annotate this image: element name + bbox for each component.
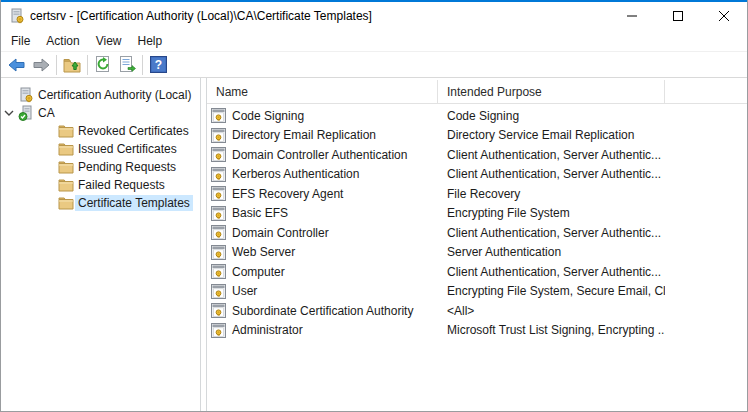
tree-item-label: Issued Certificates [75,141,180,157]
toolbar-separator [142,55,143,75]
template-row[interactable]: Computer Client Authentication, Server A… [207,262,747,282]
template-name: Basic EFS [232,206,288,220]
template-intended-purpose: Server Authentication [438,245,665,259]
template-row[interactable]: EFS Recovery Agent File Recovery [207,184,747,204]
template-intended-purpose: Client Authentication, Server Authentic.… [438,167,665,181]
tree-item-label: Certificate Templates [75,195,193,211]
svg-text:?: ? [154,58,161,72]
pane-splitter[interactable] [200,78,207,411]
folder-icon [57,124,75,138]
menu-action[interactable]: Action [38,31,87,51]
certificate-template-icon [211,303,226,318]
menu-file[interactable]: File [3,31,38,51]
maximize-button[interactable] [655,2,701,30]
template-name: Kerberos Authentication [232,167,359,181]
tree-item-label: Pending Requests [75,159,179,175]
certsrv-app-icon [9,8,25,24]
template-intended-purpose: Code Signing [438,109,665,123]
template-intended-purpose: Microsoft Trust List Signing, Encrypting… [438,323,665,337]
template-name: Computer [232,265,285,279]
certificate-template-icon [211,264,226,279]
tree-item-label: CA [35,105,58,121]
maximize-icon [673,11,683,21]
template-name: EFS Recovery Agent [232,187,343,201]
close-button[interactable] [701,2,747,30]
window-title: certsrv - [Certification Authority (Loca… [30,9,609,23]
certsrv-root-icon [17,87,35,103]
template-intended-purpose: Client Authentication, Server Authentic.… [438,226,665,240]
template-row[interactable]: Administrator Microsoft Trust List Signi… [207,321,747,341]
refresh-button[interactable] [91,54,115,76]
template-name: Directory Email Replication [232,128,376,142]
back-button[interactable] [5,54,29,76]
tree-item-certification-authority-root[interactable]: Certification Authority (Local) [1,86,200,104]
menu-view[interactable]: View [88,31,130,51]
chevron-down-icon[interactable] [1,110,17,116]
certificate-template-icon [211,323,226,338]
template-row[interactable]: Subordinate Certification Authority <All… [207,301,747,321]
certificate-template-icon [211,167,226,182]
tree-item-revoked-certificates[interactable]: Revoked Certificates [1,122,200,140]
export-list-button[interactable] [115,54,139,76]
template-row[interactable]: Domain Controller Authentication Client … [207,145,747,165]
certificate-template-icon [211,147,226,162]
forward-arrow-icon [32,58,50,72]
template-name: Domain Controller [232,226,329,240]
certificate-template-icon [211,128,226,143]
template-row[interactable]: Web Server Server Authentication [207,243,747,263]
template-intended-purpose: File Recovery [438,187,665,201]
minimize-icon [627,11,637,21]
folder-icon [57,178,75,192]
list-header: Name Intended Purpose [207,80,747,104]
back-arrow-icon [8,58,26,72]
certificate-template-icon [211,245,226,260]
tree-item-pending-requests[interactable]: Pending Requests [1,158,200,176]
refresh-icon [95,56,111,73]
template-intended-purpose: Client Authentication, Server Authentic.… [438,148,665,162]
template-name: Subordinate Certification Authority [232,304,413,318]
minimize-button[interactable] [609,2,655,30]
toolbar: ? [1,52,747,78]
template-row[interactable]: Kerberos Authentication Client Authentic… [207,165,747,185]
certificate-template-icon [211,206,226,221]
folder-icon [57,160,75,174]
menu-help[interactable]: Help [130,31,171,51]
mmc-window: certsrv - [Certification Authority (Loca… [0,0,748,412]
title-bar[interactable]: certsrv - [Certification Authority (Loca… [1,2,747,30]
folder-icon [57,142,75,156]
template-name: Code Signing [232,109,304,123]
certificate-template-icon [211,225,226,240]
close-icon [719,11,729,21]
help-icon: ? [150,56,167,73]
template-intended-purpose: Directory Service Email Replication [438,128,665,142]
column-header-name[interactable]: Name [207,80,438,103]
help-button[interactable]: ? [146,54,170,76]
tree-item-label: Certification Authority (Local) [35,87,194,103]
template-row[interactable]: Basic EFS Encrypting File System [207,204,747,224]
template-intended-purpose: Encrypting File System, Secure Email, Cl… [438,284,665,298]
template-intended-purpose: Encrypting File System [438,206,665,220]
toolbar-separator [56,55,57,75]
template-row[interactable]: User Encrypting File System, Secure Emai… [207,282,747,302]
list-rows: Code Signing Code Signing [207,104,747,411]
template-row[interactable]: Directory Email Replication Directory Se… [207,126,747,146]
show-hide-console-tree-button[interactable] [60,54,84,76]
tree-item-failed-requests[interactable]: Failed Requests [1,176,200,194]
column-header-intended-purpose[interactable]: Intended Purpose [438,80,665,103]
template-intended-purpose: <All> [438,304,665,318]
template-row[interactable]: Domain Controller Client Authentication,… [207,223,747,243]
folder-up-icon [63,57,81,73]
tree-item-label: Failed Requests [75,177,168,193]
certificate-template-icon [211,284,226,299]
tree-item-ca[interactable]: CA [1,104,200,122]
template-intended-purpose: Client Authentication, Server Authentic.… [438,265,665,279]
template-name: Web Server [232,245,295,259]
template-row[interactable]: Code Signing Code Signing [207,106,747,126]
templates-list-pane: Name Intended Purpose [207,78,747,411]
forward-button[interactable] [29,54,53,76]
menu-bar: File Action View Help [1,30,747,52]
tree-item-certificate-templates[interactable]: Certificate Templates [1,194,200,212]
template-name: User [232,284,257,298]
tree-item-issued-certificates[interactable]: Issued Certificates [1,140,200,158]
template-name: Administrator [232,323,303,337]
